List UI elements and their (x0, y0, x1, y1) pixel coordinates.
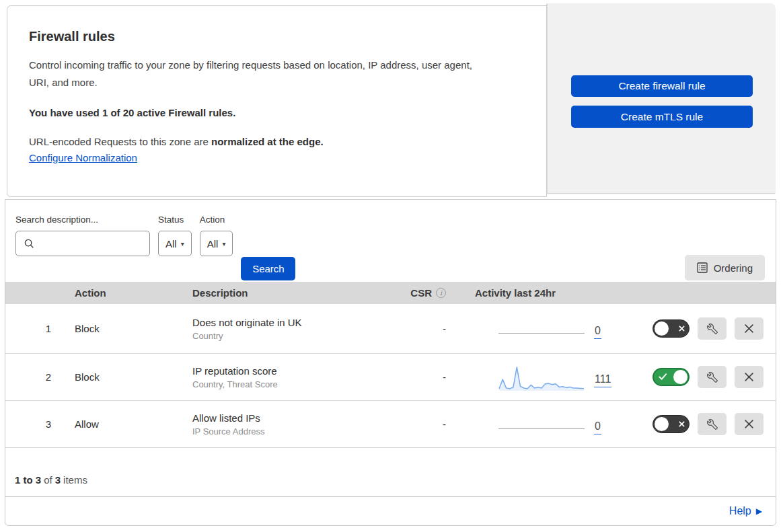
rule-fields: Country, Threat Score (192, 379, 379, 389)
help-link[interactable]: Help ▶ (729, 505, 762, 517)
activity-count-link[interactable]: 111 (594, 374, 611, 387)
toggle-knob (655, 321, 669, 336)
activity-column-header: Activity last 24hr (453, 287, 621, 299)
csr-header-label: CSR (410, 287, 432, 299)
intro-card: Firewall rules Control incoming traffic … (7, 5, 547, 197)
delete-rule-button[interactable] (735, 317, 764, 340)
action-column-header: Action (59, 287, 177, 299)
rule-priority: 3 (5, 418, 59, 430)
page-title: Firewall rules (29, 29, 519, 44)
normalization-bold-text: normalized at the edge. (211, 136, 324, 147)
toggle-on-check-icon (659, 373, 667, 381)
action-select[interactable]: All ▾ (200, 231, 233, 256)
usage-summary: You have used 1 of 20 active Firewall ru… (29, 107, 519, 118)
rule-description: IP reputation score (192, 365, 379, 377)
edit-rule-button[interactable] (698, 366, 727, 388)
rule-csr: - (379, 323, 453, 334)
action-filter-group: Action All ▾ (200, 215, 233, 256)
items-range: 1 to 3 (15, 474, 41, 486)
rule-controls (621, 317, 776, 340)
activity-sparkline (498, 315, 585, 343)
activity-sparkline (498, 410, 585, 439)
rule-description-cell: IP reputation score Country, Threat Scor… (177, 365, 379, 389)
close-icon (744, 419, 754, 429)
search-icon (24, 239, 34, 249)
rule-fields: IP Source Address (192, 426, 379, 436)
rule-csr: - (379, 371, 453, 383)
rule-description-cell: Does not originate in UK Country (177, 317, 379, 341)
normalization-text: URL-encoded Requests to this zone are (29, 136, 211, 147)
search-box (15, 231, 150, 256)
chevron-down-icon: ▾ (222, 240, 225, 248)
toggle-knob (655, 417, 669, 431)
close-icon (744, 324, 754, 334)
firewall-rules-page: Firewall rules Control incoming traffic … (0, 0, 781, 532)
search-label: Search description... (15, 215, 150, 225)
table-row: 3 Allow Allow listed IPs IP Source Addre… (5, 401, 776, 448)
search-button[interactable]: Search (241, 257, 295, 280)
delete-rule-button[interactable] (735, 413, 764, 435)
activity-sparkline (498, 363, 585, 391)
search-input[interactable] (40, 238, 144, 249)
ordering-list-icon (697, 262, 708, 273)
table-row: 1 Block Does not originate in UK Country… (5, 304, 776, 354)
configure-normalization-link[interactable]: Configure Normalization (29, 152, 137, 163)
rule-fields: Country (192, 331, 379, 341)
csr-column-header: CSR i (379, 287, 453, 299)
rule-controls (621, 366, 776, 388)
rule-priority: 1 (5, 323, 59, 334)
filter-bar: Search description... Status All ▾ Actio… (5, 200, 776, 282)
normalization-note: URL-encoded Requests to this zone are no… (29, 136, 519, 147)
wrench-icon (707, 372, 718, 383)
activity-count-link[interactable]: 0 (594, 326, 601, 339)
rules-list-panel: Search description... Status All ▾ Actio… (5, 199, 776, 526)
search-filter-group: Search description... (15, 215, 150, 256)
rule-enabled-toggle[interactable] (653, 415, 690, 433)
rule-csr: - (379, 418, 453, 430)
items-total: 3 (55, 474, 61, 486)
create-mtls-rule-button[interactable]: Create mTLS rule (571, 106, 753, 128)
wrench-icon (707, 419, 718, 430)
ordering-button-label: Ordering (714, 262, 753, 274)
toggle-knob (673, 370, 687, 384)
close-icon (744, 372, 754, 382)
edit-rule-button[interactable] (698, 413, 727, 435)
activity-count-link[interactable]: 0 (594, 421, 601, 434)
delete-rule-button[interactable] (735, 366, 764, 388)
rule-action: Allow (59, 418, 177, 430)
page-description: Control incoming traffic to your zone by… (29, 56, 493, 92)
help-bar: Help ▶ (5, 497, 776, 525)
rule-enabled-toggle[interactable] (653, 319, 690, 338)
ordering-button[interactable]: Ordering (685, 255, 765, 280)
rule-description-cell: Allow listed IPs IP Source Address (177, 412, 379, 436)
info-icon[interactable]: i (436, 288, 446, 298)
create-firewall-rule-button[interactable]: Create firewall rule (571, 75, 753, 97)
help-link-label: Help (729, 505, 751, 517)
actions-panel: Create firewall rule Create mTLS rule (547, 3, 776, 193)
rule-description: Does not originate in UK (192, 317, 379, 328)
rule-controls (621, 413, 776, 435)
table-header: Action Description CSR i Activity last 2… (5, 282, 776, 304)
toggle-off-x-icon (678, 325, 685, 332)
rule-description: Allow listed IPs (192, 412, 379, 424)
rule-enabled-toggle[interactable] (653, 368, 690, 386)
rule-action: Block (59, 323, 177, 334)
rule-priority: 2 (5, 371, 59, 383)
toggle-off-x-icon (678, 420, 685, 428)
chevron-down-icon: ▾ (181, 240, 184, 248)
description-column-header: Description (177, 287, 379, 299)
rule-activity-cell: 111 (453, 363, 621, 391)
action-select-value: All (207, 238, 219, 250)
edit-rule-button[interactable] (698, 317, 727, 340)
arrow-right-icon: ▶ (756, 506, 762, 516)
rule-action: Block (59, 371, 177, 383)
rule-activity-cell: 0 (453, 315, 621, 343)
status-select[interactable]: All ▾ (158, 231, 192, 256)
table-row: 2 Block IP reputation score Country, Thr… (5, 354, 776, 401)
wrench-icon (707, 324, 718, 334)
pagination-summary: 1 to 3 of 3 items (5, 448, 776, 497)
items-label: items (63, 474, 87, 486)
rule-activity-cell: 0 (453, 410, 621, 439)
action-label: Action (200, 215, 233, 225)
status-label: Status (158, 215, 192, 225)
